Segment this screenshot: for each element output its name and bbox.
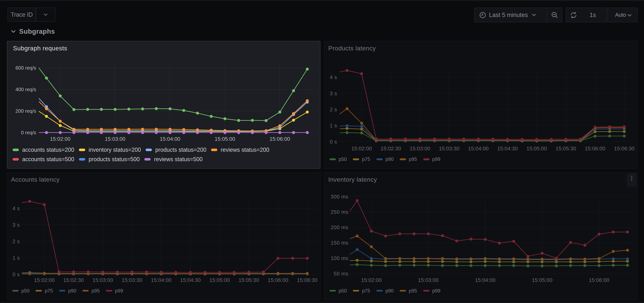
svg-text:15:04:30: 15:04:30: [497, 146, 518, 151]
svg-text:200 req/s: 200 req/s: [16, 108, 36, 114]
svg-text:2 s: 2 s: [12, 238, 20, 244]
svg-text:15:05:00: 15:05:00: [526, 146, 547, 151]
svg-text:400 req/s: 400 req/s: [16, 87, 36, 92]
svg-text:15:06:00: 15:06:00: [589, 277, 610, 283]
svg-text:15:04:30: 15:04:30: [180, 277, 201, 283]
svg-text:1 s: 1 s: [330, 123, 337, 128]
svg-text:15:03:00: 15:03:00: [418, 277, 439, 283]
svg-text:15:03:00: 15:03:00: [410, 146, 430, 151]
svg-text:100 ms: 100 ms: [331, 255, 348, 261]
svg-text:3 s: 3 s: [330, 91, 337, 96]
svg-text:15:05:30: 15:05:30: [238, 277, 259, 283]
svg-text:15:02:00: 15:02:00: [352, 146, 372, 151]
svg-text:50 ms: 50 ms: [334, 270, 348, 276]
svg-text:15:02:30: 15:02:30: [380, 146, 401, 151]
svg-text:15:05:00: 15:05:00: [214, 136, 235, 142]
svg-text:15:06:30: 15:06:30: [297, 277, 318, 283]
svg-text:15:04:00: 15:04:00: [475, 277, 496, 283]
svg-text:15:05:00: 15:05:00: [209, 277, 230, 283]
svg-text:15:06:00: 15:06:00: [585, 146, 605, 151]
svg-text:0 s: 0 s: [12, 271, 20, 277]
svg-text:15:06:00: 15:06:00: [268, 277, 288, 283]
svg-text:15:02:30: 15:02:30: [63, 277, 84, 283]
svg-text:4 s: 4 s: [330, 74, 337, 80]
svg-text:15:05:30: 15:05:30: [556, 146, 576, 151]
svg-text:200 ms: 200 ms: [331, 224, 348, 230]
svg-text:600 req/s: 600 req/s: [16, 65, 36, 71]
svg-text:15:04:00: 15:04:00: [160, 136, 180, 142]
svg-text:15:05:00: 15:05:00: [532, 277, 552, 283]
svg-text:15:03:30: 15:03:30: [122, 277, 142, 283]
svg-text:15:02:00: 15:02:00: [50, 136, 70, 142]
svg-text:0 s: 0 s: [330, 139, 337, 145]
svg-text:15:03:30: 15:03:30: [439, 146, 460, 151]
svg-text:15:06:00: 15:06:00: [270, 136, 290, 142]
svg-text:15:03:00: 15:03:00: [105, 136, 126, 142]
svg-text:1 s: 1 s: [12, 255, 20, 261]
svg-text:15:04:00: 15:04:00: [151, 277, 172, 283]
svg-text:2 s: 2 s: [330, 107, 337, 112]
svg-text:15:02:00: 15:02:00: [361, 277, 382, 283]
svg-text:15:04:00: 15:04:00: [468, 146, 489, 151]
svg-text:15:03:00: 15:03:00: [92, 277, 113, 283]
svg-text:4 s: 4 s: [12, 205, 20, 211]
svg-text:0 req/s: 0 req/s: [21, 130, 36, 135]
svg-text:15:06:30: 15:06:30: [614, 146, 634, 151]
svg-text:250 ms: 250 ms: [331, 209, 348, 215]
svg-text:15:02:00: 15:02:00: [34, 277, 55, 283]
svg-text:3 s: 3 s: [12, 222, 20, 228]
svg-text:300 ms: 300 ms: [331, 194, 348, 199]
svg-text:150 ms: 150 ms: [331, 240, 348, 245]
